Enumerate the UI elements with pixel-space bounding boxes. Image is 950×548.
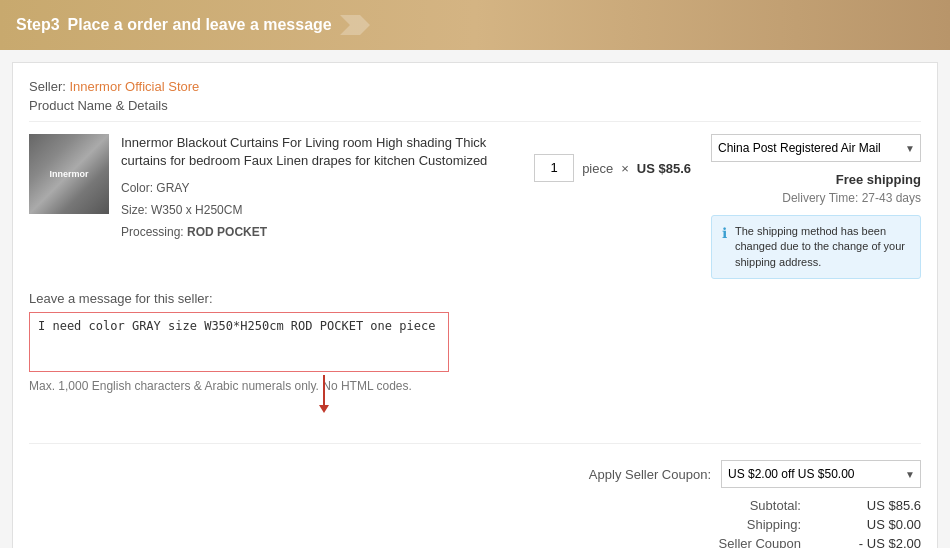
processing-attr: Processing: ROD POCKET bbox=[121, 222, 534, 244]
product-details: Innermor Blackout Curtains For Living ro… bbox=[121, 134, 534, 243]
color-attr: Color: GRAY bbox=[121, 178, 534, 200]
coupon-row: Apply Seller Coupon: US $2.00 off US $50… bbox=[29, 460, 921, 488]
arrow-line bbox=[323, 375, 325, 405]
step-header: Step3 Place a order and leave a message bbox=[0, 0, 950, 50]
seller-label: Seller: bbox=[29, 79, 66, 94]
coupon-total-value: - US $2.00 bbox=[841, 536, 921, 548]
product-row: Innermor Innermor Blackout Curtains For … bbox=[29, 134, 921, 279]
shipping-total-label: Shipping: bbox=[747, 517, 801, 532]
subtotal-value: US $85.6 bbox=[841, 498, 921, 513]
product-attributes: Color: GRAY Size: W350 x H250CM Processi… bbox=[121, 178, 534, 243]
shipping-section: China Post Registered Air Mail ▼ Free sh… bbox=[711, 134, 921, 279]
shipping-notice: ℹ The shipping method has been changed d… bbox=[711, 215, 921, 279]
divider bbox=[29, 443, 921, 444]
quantity-price-area: piece × US $85.6 bbox=[534, 134, 711, 182]
subtotal-row: Subtotal: US $85.6 bbox=[621, 498, 921, 513]
product-info: Innermor Innermor Blackout Curtains For … bbox=[29, 134, 534, 243]
shipping-total-value: US $0.00 bbox=[841, 517, 921, 532]
svg-marker-0 bbox=[340, 15, 370, 35]
size-label: Size: bbox=[121, 203, 148, 217]
product-image-inner: Innermor bbox=[29, 134, 109, 214]
notice-text: The shipping method has been changed due… bbox=[735, 224, 910, 270]
times-symbol: × bbox=[621, 161, 629, 176]
seller-name: Innermor Official Store bbox=[69, 79, 199, 94]
delivery-label: Delivery Time: bbox=[782, 191, 858, 205]
seller-line: Seller: Innermor Official Store bbox=[29, 79, 921, 94]
processing-label: Processing: bbox=[121, 225, 184, 239]
header-decoration-icon bbox=[340, 10, 370, 40]
info-icon: ℹ bbox=[722, 225, 727, 241]
product-section-label: Product Name & Details bbox=[29, 98, 921, 122]
arrow-head-icon bbox=[319, 405, 329, 413]
coupon-total-row: Seller Coupon - US $2.00 bbox=[621, 536, 921, 548]
subtotal-label: Subtotal: bbox=[750, 498, 801, 513]
color-value: GRAY bbox=[156, 181, 189, 195]
shipping-method-select[interactable]: China Post Registered Air Mail bbox=[711, 134, 921, 162]
delivery-time-value: 27-43 days bbox=[862, 191, 921, 205]
shipping-total-row: Shipping: US $0.00 bbox=[621, 517, 921, 532]
quantity-input[interactable] bbox=[534, 154, 574, 182]
message-section: Leave a message for this seller: Max. 1,… bbox=[29, 291, 921, 393]
coupon-dropdown-wrapper[interactable]: US $2.00 off US $50.00No coupon ▼ bbox=[721, 460, 921, 488]
step-number: Step3 bbox=[16, 16, 60, 34]
product-image-label: Innermor bbox=[49, 169, 88, 179]
totals-section: Subtotal: US $85.6 Shipping: US $0.00 Se… bbox=[29, 498, 921, 548]
message-input-container bbox=[29, 312, 449, 375]
coupon-label: Apply Seller Coupon: bbox=[589, 467, 711, 482]
shipping-method-wrapper[interactable]: China Post Registered Air Mail ▼ bbox=[711, 134, 921, 162]
product-price: US $85.6 bbox=[637, 161, 691, 176]
size-attr: Size: W350 x H250CM bbox=[121, 200, 534, 222]
color-label: Color: bbox=[121, 181, 153, 195]
coupon-select[interactable]: US $2.00 off US $50.00No coupon bbox=[721, 460, 921, 488]
unit-label: piece bbox=[582, 161, 613, 176]
free-shipping-label: Free shipping bbox=[711, 172, 921, 187]
product-image: Innermor bbox=[29, 134, 109, 214]
message-hint: Max. 1,000 English characters & Arabic n… bbox=[29, 379, 921, 393]
processing-value: ROD POCKET bbox=[187, 225, 267, 239]
size-value: W350 x H250CM bbox=[151, 203, 242, 217]
coupon-total-label: Seller Coupon bbox=[719, 536, 801, 548]
main-content: Seller: Innermor Official Store Product … bbox=[12, 62, 938, 548]
message-textarea[interactable] bbox=[29, 312, 449, 372]
step-title: Place a order and leave a message bbox=[68, 16, 332, 34]
delivery-time: Delivery Time: 27-43 days bbox=[711, 191, 921, 205]
message-label: Leave a message for this seller: bbox=[29, 291, 921, 306]
product-title: Innermor Blackout Curtains For Living ro… bbox=[121, 134, 534, 170]
arrow-indicator bbox=[319, 375, 329, 413]
